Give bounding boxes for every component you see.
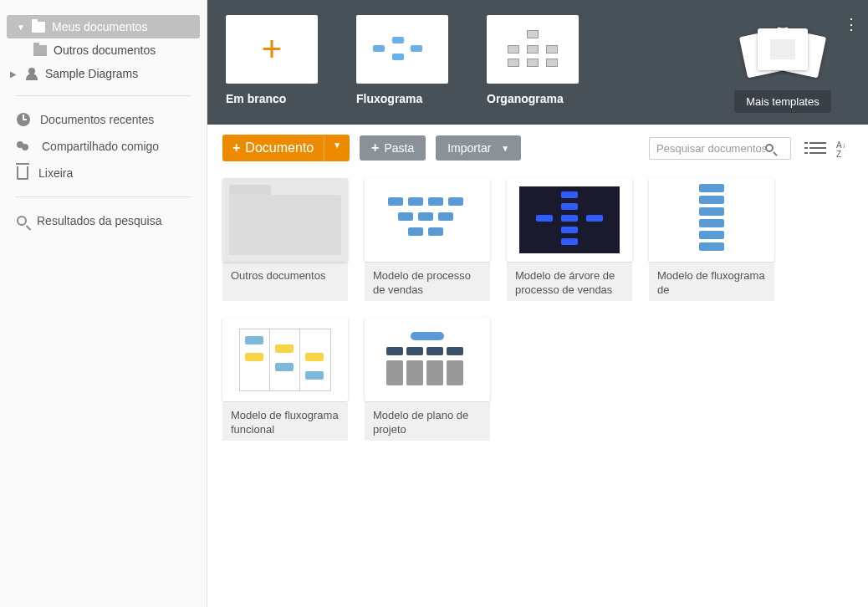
people-icon [17,140,32,152]
folder-card[interactable]: Outros documentos [222,178,348,301]
card-title: Outros documentos [222,263,348,301]
separator [15,95,191,96]
search-icon [765,144,774,152]
plus-icon: + [371,141,379,155]
sidebar-trash[interactable]: Lixeira [0,160,207,186]
sidebar-recent-documents[interactable]: Documentos recentes [0,106,207,133]
button-label: Importar [447,141,491,155]
card-title: Modelo de fluxograma de [649,263,774,301]
sidebar-label: Resultados da pesquisa [37,214,161,227]
sidebar-search-results[interactable]: Resultados da pesquisa [0,207,207,234]
more-templates-button[interactable]: Mais templates [734,90,830,113]
new-document-dropdown[interactable]: ▼ [324,135,350,161]
folder-thumb [222,178,348,262]
sidebar-label: Outros documentos [54,43,156,57]
template-orgchart[interactable]: Organograma [487,15,594,113]
button-label: Pasta [384,141,414,155]
document-card[interactable]: Modelo de fluxograma funcional [222,318,348,441]
card-thumb [222,318,348,401]
main-area: + Em branco Fluxograma [207,0,868,607]
sidebar-label: Lixeira [38,166,73,180]
template-thumb: + [226,15,318,84]
toolbar: + Documento ▼ + Pasta Importar ▼ A↓Z [207,125,868,171]
sidebar-item-other-documents[interactable]: Outros documentos [0,38,207,62]
sort-toggle[interactable]: A↓Z [836,140,853,156]
card-thumb [365,178,490,262]
card-title: Modelo de árvore de processo de vendas [507,263,632,301]
card-title: Modelo de plano de projeto [365,402,490,441]
separator [15,196,191,197]
sidebar: ▼ Meus documentos Outros documentos ▶ Sa… [0,0,207,607]
card-title: Modelo de fluxograma funcional [222,402,348,441]
sidebar-label: Compartilhado comigo [42,140,159,153]
template-label: Organograma [487,92,594,105]
chevron-down-icon: ▼ [501,144,509,153]
new-folder-button[interactable]: + Pasta [360,135,426,161]
clock-icon [17,113,30,126]
kebab-menu-icon[interactable]: ⋮ [843,15,860,33]
button-label: Documento [245,140,314,156]
card-thumb [365,318,490,401]
template-thumb [487,15,579,84]
new-document-button[interactable]: + Documento ▼ [222,135,350,161]
document-card[interactable]: Modelo de fluxograma de [649,178,774,301]
trash-icon [17,166,28,180]
template-thumb [356,15,448,84]
sidebar-item-sample-diagrams[interactable]: ▶ Sample Diagrams [0,62,207,85]
document-card[interactable]: Modelo de plano de projeto [365,318,490,441]
folder-icon [33,45,47,56]
template-label: Fluxograma [356,92,463,105]
view-list-toggle[interactable] [809,140,826,156]
template-blank[interactable]: + Em branco [226,15,333,113]
document-card[interactable]: Modelo de processo de vendas [365,178,490,301]
card-thumb [507,178,632,262]
folder-icon [32,22,45,33]
search-box[interactable] [649,137,791,160]
template-bar: + Em branco Fluxograma [207,0,868,125]
import-button[interactable]: Importar ▼ [436,135,521,161]
card-thumb [649,178,774,262]
card-title: Modelo de processo de vendas [365,263,490,301]
template-label: Em branco [226,92,333,105]
sidebar-label: Meus documentos [52,20,147,33]
more-templates-icon [716,15,850,84]
sidebar-shared-with-me[interactable]: Compartilhado comigo [0,133,207,160]
caret-right-icon: ▶ [10,69,18,79]
plus-icon: + [232,141,240,155]
sidebar-label: Sample Diagrams [45,67,138,80]
document-card[interactable]: Modelo de árvore de processo de vendas [507,178,632,301]
search-icon [17,216,27,226]
sidebar-item-my-documents[interactable]: ▼ Meus documentos [7,15,200,38]
search-input[interactable] [656,142,765,155]
sidebar-label: Documentos recentes [40,113,154,126]
template-flowchart[interactable]: Fluxograma [356,15,463,113]
template-more[interactable]: Mais templates [716,15,850,113]
person-icon [25,67,38,80]
plus-icon: + [262,32,283,67]
documents-grid: Outros documentos [207,171,868,447]
caret-down-icon: ▼ [17,23,25,32]
